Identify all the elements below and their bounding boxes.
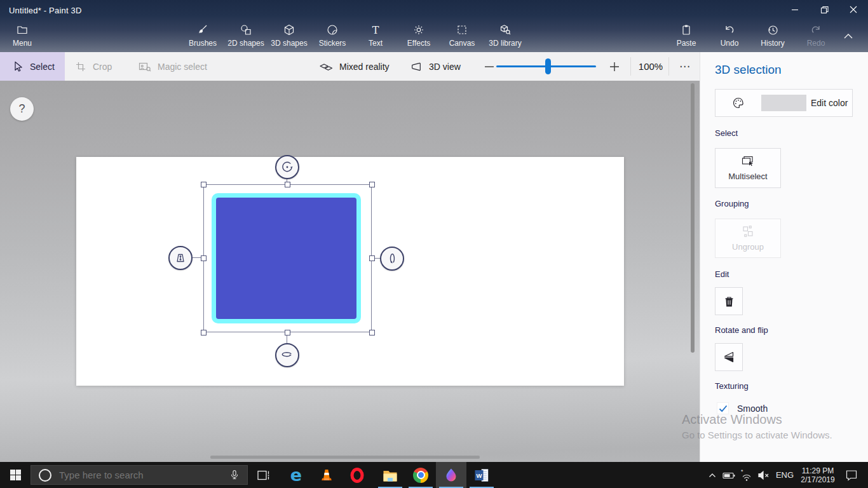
taskbar-clock[interactable]: 11:29 PM 2/17/2019 — [797, 462, 839, 488]
taskbar-search[interactable] — [31, 465, 248, 485]
select-heading: Select — [715, 128, 738, 138]
rotate-z-handle[interactable] — [275, 155, 299, 179]
zoom-in-button[interactable] — [605, 52, 624, 81]
tab-text[interactable]: T Text — [354, 19, 397, 52]
more-options-button[interactable]: ⋯ — [672, 52, 698, 81]
depth-icon — [173, 250, 188, 266]
ungroup-label: Ungroup — [732, 242, 764, 252]
tab-3d-library[interactable]: 3D library — [484, 19, 527, 52]
smooth-checkbox[interactable] — [717, 402, 729, 414]
tab-canvas[interactable]: Canvas — [440, 19, 484, 52]
tab-stickers[interactable]: Stickers — [311, 19, 354, 52]
tab-label: Effects — [407, 39, 430, 48]
taskbar-app-vlc[interactable] — [311, 462, 342, 488]
resize-handle-s[interactable] — [285, 330, 290, 336]
opera-icon — [350, 468, 364, 483]
paint3d-icon — [444, 468, 459, 483]
taskbar-app-opera[interactable] — [342, 462, 372, 488]
undo-icon — [723, 24, 736, 36]
3d-view-button[interactable]: 3D view — [410, 52, 461, 81]
multiselect-button[interactable]: Multiselect — [715, 148, 781, 188]
action-center-button[interactable] — [839, 462, 864, 488]
tab-brushes[interactable]: Brushes — [181, 19, 224, 52]
taskbar-app-word[interactable]: W — [466, 462, 497, 488]
window-controls — [780, 0, 868, 19]
panel-title: 3D selection — [715, 63, 782, 77]
search-input[interactable] — [59, 470, 228, 480]
file-explorer-icon — [383, 468, 398, 482]
workspace: ? — [0, 81, 700, 462]
smooth-checkbox-row: Smooth — [717, 402, 768, 414]
flip-vertical-icon — [722, 351, 735, 363]
edit-color-button[interactable]: Edit color — [715, 89, 853, 117]
minimize-button[interactable] — [780, 0, 810, 19]
rotate-flip-heading: Rotate and flip — [715, 325, 768, 335]
ungroup-button[interactable]: Ungroup — [715, 219, 781, 258]
paste-button[interactable]: Paste — [665, 19, 708, 52]
checkmark-icon — [718, 403, 728, 414]
depth-handle[interactable] — [168, 246, 193, 270]
rotate-y-handle[interactable] — [275, 343, 299, 367]
microphone-icon[interactable] — [228, 468, 241, 482]
task-view-button[interactable] — [248, 462, 279, 488]
taskbar-app-edge[interactable]: e — [281, 462, 311, 488]
help-button[interactable]: ? — [10, 97, 34, 121]
zoom-out-icon — [484, 61, 495, 72]
start-button[interactable] — [0, 462, 31, 488]
resize-handle-ne[interactable] — [369, 182, 375, 187]
zoom-in-icon — [609, 61, 620, 72]
redo-button[interactable]: Redo — [794, 19, 837, 52]
rotate-x-handle[interactable] — [380, 247, 404, 271]
chevron-up-icon — [843, 32, 854, 40]
battery-icon[interactable] — [721, 462, 737, 488]
button-divider — [761, 95, 807, 111]
magic-select-button[interactable]: Magic select — [139, 52, 207, 81]
resize-handle-w[interactable] — [201, 255, 207, 261]
tray-expand-button[interactable] — [704, 462, 721, 488]
history-button[interactable]: History — [751, 19, 794, 52]
wifi-limited-icon[interactable]: * — [737, 462, 755, 488]
delete-button[interactable] — [715, 287, 743, 315]
mixed-reality-button[interactable]: Mixed reality — [319, 52, 390, 81]
crop-tool-button[interactable]: Crop — [75, 52, 112, 81]
tab-label: Canvas — [449, 39, 475, 48]
restore-button[interactable] — [810, 0, 839, 19]
svg-text:W: W — [477, 472, 482, 479]
tab-2d-shapes[interactable]: 2D shapes — [224, 19, 268, 52]
taskbar-app-chrome[interactable] — [405, 462, 436, 488]
horizontal-scrollbar[interactable] — [210, 456, 480, 459]
undo-button[interactable]: Undo — [708, 19, 751, 52]
vertical-scrollbar[interactable] — [691, 83, 695, 353]
resize-handle-sw[interactable] — [201, 330, 207, 336]
tab-label: Brushes — [189, 39, 217, 48]
multiselect-icon — [742, 155, 754, 167]
collapse-ribbon-button[interactable] — [843, 28, 863, 44]
taskbar-app-file-explorer[interactable] — [375, 462, 405, 488]
menu-button[interactable]: Menu — [4, 19, 41, 52]
zoom-level-value[interactable]: 100% — [634, 52, 667, 81]
resize-handle-nw[interactable] — [201, 182, 207, 187]
tab-3d-shapes[interactable]: 3D shapes — [268, 19, 311, 52]
close-button[interactable] — [839, 0, 868, 19]
resize-handle-n[interactable] — [285, 182, 290, 187]
tab-effects[interactable]: Effects — [397, 19, 440, 52]
flip-vertical-button[interactable] — [715, 343, 743, 371]
zoom-slider-thumb[interactable] — [545, 58, 551, 74]
language-indicator[interactable]: ENG — [773, 462, 797, 488]
resize-handle-se[interactable] — [369, 330, 375, 336]
svg-text:*: * — [741, 468, 743, 475]
edge-icon: e — [290, 465, 302, 485]
selection-box — [203, 184, 372, 332]
grouping-heading: Grouping — [715, 199, 749, 208]
rotate-x-icon — [384, 251, 400, 266]
tab-label: Text — [369, 39, 383, 48]
cursor-icon — [13, 61, 24, 72]
tab-label: 2D shapes — [227, 39, 264, 48]
close-icon — [850, 6, 857, 13]
crop-icon — [75, 61, 86, 72]
select-tool-button[interactable]: Select — [0, 52, 65, 81]
volume-muted-icon[interactable] — [755, 462, 773, 488]
resize-handle-e[interactable] — [369, 255, 375, 261]
taskbar-app-paint3d[interactable] — [436, 462, 466, 488]
chevron-up-icon — [709, 473, 716, 478]
